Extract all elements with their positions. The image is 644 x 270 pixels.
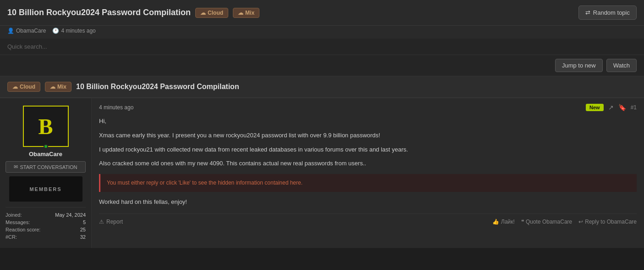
user-sidebar: B ObamaCare ✉ START CONVERSATION MEMBERS… bbox=[0, 98, 92, 248]
user-icon: 👤 bbox=[7, 28, 14, 34]
post-wrapper: B ObamaCare ✉ START CONVERSATION MEMBERS… bbox=[0, 98, 644, 248]
share-icon[interactable]: ↗ bbox=[608, 104, 614, 111]
cloud-tag[interactable]: ☁ Cloud bbox=[195, 8, 228, 18]
post-mix-tag[interactable]: ☁ Mix bbox=[45, 82, 72, 92]
joined-stat: Joined: May 24, 2024 bbox=[6, 211, 86, 219]
action-bar: Jump to new Watch bbox=[0, 55, 644, 76]
jump-to-new-button[interactable]: Jump to new bbox=[555, 59, 603, 72]
post-content-area: 4 minutes ago New ↗ 🔖 #1 Hi, Xmas came e… bbox=[92, 98, 644, 248]
random-topic-button[interactable]: ⇄ Random topic bbox=[578, 6, 637, 20]
body-line-2: Xmas came early this year. I present you… bbox=[99, 131, 637, 141]
reply-icon: ↩ bbox=[578, 219, 583, 225]
post-number: #1 bbox=[631, 104, 637, 111]
hidden-info-box: You must either reply or click 'Like' to… bbox=[99, 174, 637, 192]
post-topic-title-row: ☁ Cloud ☁ Mix 10 Billion Rockyou2024 Pas… bbox=[0, 76, 644, 98]
mail-icon: ✉ bbox=[14, 164, 18, 170]
post-body: Hi, Xmas came early this year. I present… bbox=[99, 117, 637, 207]
post-header-row: 4 minutes ago New ↗ 🔖 #1 bbox=[99, 104, 637, 111]
avatar: B bbox=[23, 106, 69, 147]
post-actions-right: New ↗ 🔖 #1 bbox=[586, 104, 637, 111]
post-footer-actions: 👍 Лайк! ❝ Quote ObamaCare ↩ Reply to Oba… bbox=[492, 219, 637, 225]
clock-icon: 🕐 bbox=[52, 28, 59, 34]
post-footer: ⚠ Report 👍 Лайк! ❝ Quote ObamaCare ↩ Rep… bbox=[99, 214, 637, 225]
start-conversation-button[interactable]: ✉ START CONVERSATION bbox=[6, 161, 86, 173]
cloud-icon: ☁ bbox=[200, 10, 206, 16]
reply-button[interactable]: ↩ Reply to ObamaCare bbox=[578, 219, 637, 225]
post-area: ☁ Cloud ☁ Mix 10 Billion Rockyou2024 Pas… bbox=[0, 76, 644, 248]
warning-icon: ⚠ bbox=[99, 219, 104, 225]
like-button[interactable]: 👍 Лайк! bbox=[492, 219, 515, 225]
report-button[interactable]: ⚠ Report bbox=[99, 219, 123, 225]
reaction-stat: Reaction score: 25 bbox=[6, 226, 86, 233]
page-title: 10 Billion Rockyou2024 Password Compilat… bbox=[7, 8, 191, 17]
cr-stat: #CR: 32 bbox=[6, 233, 86, 241]
meta-bar: 👤 ObamaCare 🕐 4 minutes ago bbox=[0, 26, 644, 39]
search-input[interactable] bbox=[7, 43, 145, 50]
online-dot bbox=[44, 144, 48, 149]
body-line-1: Hi, bbox=[99, 117, 637, 126]
username-link[interactable]: ObamaCare bbox=[29, 151, 62, 158]
post-cloud-icon: ☁ bbox=[12, 84, 18, 90]
search-area bbox=[0, 39, 644, 55]
post-mix-icon: ☁ bbox=[50, 84, 55, 90]
quote-button[interactable]: ❝ Quote ObamaCare bbox=[521, 219, 572, 225]
banner-text: MEMBERS bbox=[29, 186, 61, 192]
body-line-3: I updated rockyou21 with collected new d… bbox=[99, 145, 637, 155]
timestamp-meta: 🕐 4 minutes ago bbox=[52, 28, 95, 34]
watch-button[interactable]: Watch bbox=[606, 59, 637, 72]
bookmark-icon[interactable]: 🔖 bbox=[618, 104, 626, 111]
top-bar: 10 Billion Rockyou2024 Password Compilat… bbox=[0, 0, 644, 26]
user-stats: Joined: May 24, 2024 Messages: 5 Reactio… bbox=[6, 207, 86, 241]
post-timestamp: 4 minutes ago bbox=[99, 104, 133, 111]
author-meta: 👤 ObamaCare bbox=[7, 28, 46, 34]
hidden-info-text: You must either reply or click 'Like' to… bbox=[107, 180, 303, 186]
post-cloud-tag[interactable]: ☁ Cloud bbox=[7, 82, 40, 92]
post-topic-title: 10 Billion Rockyou2024 Password Compilat… bbox=[76, 83, 239, 91]
new-badge: New bbox=[586, 104, 604, 111]
mix-tag[interactable]: ☁ Mix bbox=[233, 8, 259, 18]
mix-icon: ☁ bbox=[238, 10, 243, 16]
top-bar-left: 10 Billion Rockyou2024 Password Compilat… bbox=[7, 8, 259, 18]
user-banner: MEMBERS bbox=[9, 176, 83, 202]
body-line-5: Worked hard on this fellas, enjoy! bbox=[99, 197, 637, 207]
body-line-4: Also cracked some old ones with my new 4… bbox=[99, 159, 637, 169]
avatar-letter: B bbox=[38, 114, 53, 139]
like-icon: 👍 bbox=[492, 219, 499, 225]
messages-stat: Messages: 5 bbox=[6, 219, 86, 226]
shuffle-icon: ⇄ bbox=[585, 9, 590, 16]
quote-icon: ❝ bbox=[521, 219, 524, 225]
